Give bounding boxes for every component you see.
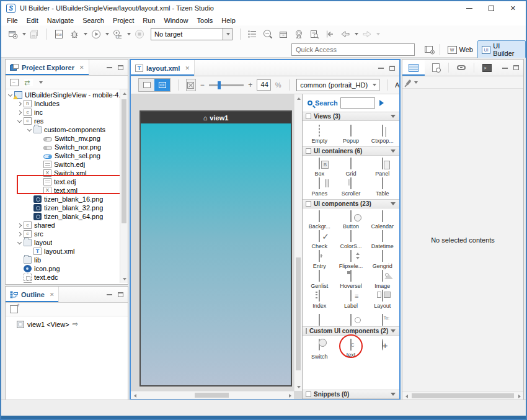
phone-preview[interactable]: ⌂ view1 — [140, 110, 292, 386]
debug-icon[interactable] — [68, 28, 81, 40]
maximize-pane-icon[interactable] — [118, 65, 123, 70]
tree-item-shared[interactable]: cshared — [6, 221, 128, 230]
collapse-arrow-icon[interactable] — [17, 223, 22, 227]
forward-icon[interactable] — [360, 28, 374, 40]
palette-item-hoversel[interactable]: Hoversel — [335, 270, 367, 290]
forward-dropdown-icon[interactable] — [376, 33, 380, 35]
tree-vertical-scrollbar[interactable] — [120, 89, 128, 283]
tab-console[interactable]: > — [476, 60, 498, 76]
palette-item-panel[interactable]: Panel — [366, 158, 398, 178]
link-with-editor-icon[interactable]: ⇄ — [24, 79, 33, 86]
properties-horizontal-scrollbar[interactable] — [402, 391, 523, 400]
palette-item-clipped-1[interactable] — [304, 315, 335, 326]
palette-item-panes[interactable]: Panes — [304, 178, 335, 198]
back-icon[interactable] — [339, 28, 352, 40]
palette-section-containers[interactable]: UI containers (6) — [303, 146, 399, 156]
menu-project[interactable]: Project — [108, 17, 138, 24]
collapse-caret-icon[interactable] — [391, 115, 396, 118]
menu-navigate[interactable]: Navigate — [43, 17, 78, 24]
tree-item-switch-xml[interactable]: XSwitch.xml — [6, 169, 128, 177]
palette-item-custom-text[interactable]: text — [335, 339, 367, 361]
debug-dropdown-icon[interactable] — [84, 33, 87, 35]
tree-item-layout-xml[interactable]: Tlayout.xml — [6, 247, 128, 256]
palette-item-popup[interactable]: Popup — [335, 125, 367, 145]
save-all-icon[interactable] — [28, 28, 42, 40]
profile-selector[interactable]: common (portrait_HD) — [296, 79, 379, 91]
menu-window[interactable]: Window — [159, 17, 192, 24]
collapse-arrow-icon[interactable] — [17, 110, 22, 114]
tree-item-includes[interactable]: hIncludes — [6, 99, 128, 108]
zoom-out-icon[interactable]: − — [200, 81, 205, 89]
palette-item-clipped-3[interactable] — [366, 315, 398, 326]
view-menu-icon[interactable] — [39, 81, 43, 84]
source-view-toggle[interactable] — [139, 79, 154, 91]
project-explorer-tab[interactable]: Project Explorer ✕ — [6, 60, 89, 75]
palette-item-box[interactable]: Box — [304, 158, 335, 178]
new-project-wizard-icon[interactable] — [6, 28, 20, 40]
expand-arrow-icon[interactable] — [8, 92, 12, 96]
tree-item-switch-nor-png[interactable]: Switch_nor.png — [6, 143, 128, 151]
run-config-dropdown-icon[interactable] — [127, 33, 131, 35]
fit-to-screen-button[interactable] — [186, 79, 196, 91]
dynamic-analyzer-icon[interactable] — [261, 28, 275, 40]
close-icon[interactable]: ✕ — [185, 65, 190, 71]
collapse-caret-icon[interactable] — [391, 150, 396, 153]
palette-section-custom[interactable]: Custom UI components (2) — [303, 326, 399, 336]
palette-item-custom-switch[interactable]: Switch — [304, 339, 335, 361]
tree-item-custom-components[interactable]: custom-components — [6, 125, 128, 134]
outline-tab[interactable]: Outline ✕ — [6, 287, 59, 302]
design-view-toggle[interactable] — [154, 79, 170, 91]
add-custom-component-button[interactable] — [366, 339, 398, 361]
tree-item-text-edj[interactable]: text.edj — [6, 177, 128, 186]
design-canvas[interactable]: ⌂ view1 — [131, 94, 302, 399]
scroll-left-icon[interactable] — [131, 391, 139, 400]
profile-dropdown-icon[interactable] — [370, 79, 379, 91]
collapse-caret-icon[interactable] — [391, 329, 396, 333]
expand-arrow-icon[interactable] — [27, 127, 32, 131]
minimize-pane-icon[interactable] — [107, 66, 112, 68]
target-dropdown-icon[interactable] — [223, 29, 232, 40]
clipped-toolbar-button[interactable]: Al — [395, 81, 399, 89]
tree-item-res[interactable]: cres — [6, 117, 128, 125]
navigate-arrow-icon[interactable]: ⇨ — [73, 320, 78, 328]
run-dropdown-icon[interactable] — [105, 33, 109, 35]
palette-item-check[interactable]: Check — [304, 231, 335, 251]
minimize-pane-icon[interactable] — [107, 293, 112, 295]
api-checker-icon[interactable] — [308, 28, 321, 40]
menu-tools[interactable]: Tools — [193, 17, 218, 24]
palette-item-label[interactable]: Label — [335, 290, 367, 310]
collapse-arrow-icon[interactable] — [17, 231, 22, 236]
layout-xml-tab[interactable]: T layout.xml ✕ — [131, 60, 195, 76]
maximize-pane-icon[interactable] — [389, 66, 395, 71]
scrollbar-thumb[interactable] — [296, 257, 301, 370]
quick-access-input[interactable] — [291, 43, 415, 56]
menu-edit[interactable]: Edit — [22, 17, 43, 24]
palette-item-gengrid[interactable]: Gengrid — [366, 251, 398, 270]
tree-item-src[interactable]: csrc — [6, 230, 128, 238]
tree-item-inc[interactable]: cinc — [6, 108, 128, 117]
package-icon[interactable] — [277, 28, 290, 40]
search-go-icon[interactable] — [379, 100, 384, 106]
back-dropdown-icon[interactable] — [355, 33, 358, 35]
menu-search[interactable]: Search — [78, 17, 108, 24]
maximize-pane-icon[interactable] — [118, 292, 123, 297]
palette-item-flipselector[interactable]: Flipsele... — [335, 251, 367, 270]
tab-bindings[interactable] — [450, 60, 472, 76]
palette-item-genlist[interactable]: Genlist — [304, 270, 335, 290]
pin-icon[interactable] — [405, 79, 411, 85]
perspective-ui-builder-button[interactable]: UI UI Builder — [477, 40, 526, 59]
tree-item-switch-edj[interactable]: Switch.edj — [6, 160, 128, 169]
canvas-horizontal-scrollbar[interactable] — [131, 391, 294, 399]
collapse-caret-icon[interactable] — [391, 202, 396, 205]
minimize-pane-icon[interactable] — [502, 67, 508, 69]
palette-search-input[interactable] — [340, 97, 375, 109]
tree-item-tizen-blank-32[interactable]: tizen_blank_32.png — [6, 203, 128, 212]
palette-item-background[interactable]: Backgr... — [304, 211, 335, 231]
menu-help[interactable]: Help — [217, 17, 240, 24]
outline-node-view1[interactable]: view1 <View> ⇨ — [8, 320, 125, 328]
menu-run[interactable]: Run — [138, 17, 159, 24]
stop-icon[interactable] — [133, 28, 146, 40]
palette-item-empty[interactable]: Empty — [304, 125, 335, 145]
launch-list-icon[interactable] — [246, 28, 259, 40]
collapse-arrow-icon[interactable] — [17, 101, 22, 105]
